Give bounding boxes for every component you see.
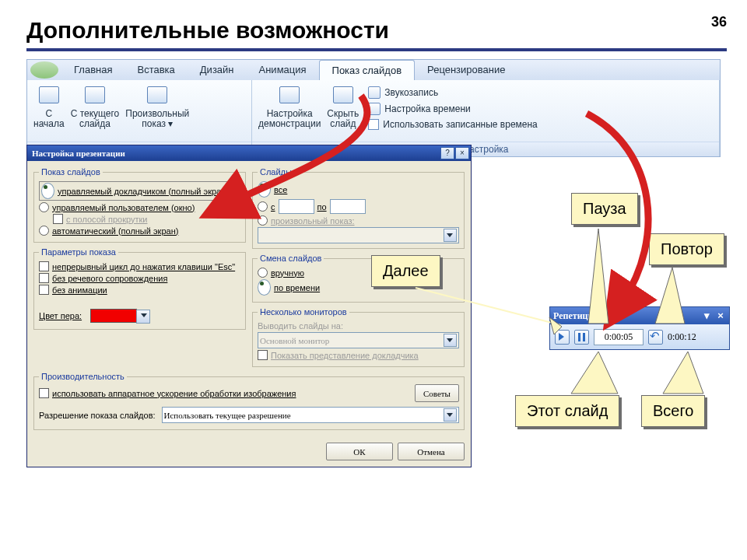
tab-slideshow[interactable]: Показ слайдов [319,60,416,80]
rehearsal-title: Репетиция [553,310,598,322]
record-narration[interactable]: Звукозапись [368,86,537,99]
repeat-icon[interactable] [648,330,663,345]
checkbox-presenter-view [258,350,268,360]
tab-review[interactable]: Рецензирование [415,60,517,80]
radio-manual[interactable] [258,268,268,278]
from-current-button[interactable]: С текущего слайда [68,83,123,129]
tab-home[interactable]: Главная [61,60,124,80]
divider [26,48,727,51]
close-button[interactable]: × [455,147,469,159]
legend-params: Параметры показа [39,247,118,257]
ribbon-tabs: Главная Вставка Дизайн Анимация Показ сл… [27,60,720,80]
pen-color-swatch[interactable] [90,309,137,323]
callout-pause: Пауза [571,193,638,225]
from-beginning-button[interactable]: С начала [30,83,68,129]
slide-time: 0:00:05 [594,329,644,345]
rehearse-timings[interactable]: Настройка времени [368,103,537,115]
resolution-select[interactable]: Использовать текущее разрешение [162,407,459,423]
radio-range[interactable] [258,201,268,212]
checkbox-icon [368,119,379,130]
checkbox-hw-accel[interactable] [39,388,49,398]
monitor-select: Основной монитор [258,332,459,348]
checkbox-scroll [53,214,63,224]
ribbon: Главная Вставка Дизайн Анимация Показ сл… [26,59,721,157]
to-spin[interactable] [330,199,366,214]
radio-all-slides[interactable] [258,181,271,198]
radio-timings[interactable] [258,279,271,296]
help-button[interactable]: ? [440,147,454,159]
pause-icon[interactable] [574,330,589,345]
cancel-button[interactable]: Отмена [398,443,465,460]
checkbox-no-animation[interactable] [39,285,49,295]
next-icon[interactable] [555,330,570,345]
dialog-title: Настройка презентации [32,149,125,158]
callout-repeat: Повтор [649,233,724,265]
total-time: 0:00:12 [668,331,696,343]
setup-show-button[interactable]: Настройка демонстрации [255,83,324,129]
legend-perf: Производительность [39,372,127,381]
callout-total: Всего [641,395,705,427]
tab-design[interactable]: Дизайн [188,60,247,80]
tab-animation[interactable]: Анимация [247,60,319,80]
ok-button[interactable]: ОК [326,443,393,460]
legend-monitors: Несколько мониторов [258,307,349,317]
office-button[interactable] [30,61,58,79]
audio-icon [368,86,381,99]
radio-browsed[interactable] [39,202,49,212]
hide-slide-button[interactable]: Скрыть слайд [324,83,362,129]
custom-show-select [258,227,459,243]
legend-slides: Слайды [258,167,294,177]
legend-show: Показ слайдов [39,167,103,177]
page-title: Дополнительные возможности [26,17,727,44]
rehearsal-toolbar: Репетиция ▾ × 0:00:05 0:00:12 [549,306,730,350]
callout-next: Далее [371,255,440,287]
minimize-icon[interactable]: ▾ [701,310,712,321]
radio-custom-show [258,215,268,226]
radio-kiosk[interactable] [39,226,49,236]
checkbox-no-narration[interactable] [39,273,49,283]
checkbox-loop[interactable] [39,261,49,271]
legend-change: Смена слайдов [258,254,324,263]
clock-icon [368,103,381,115]
tab-insert[interactable]: Вставка [124,60,187,80]
callout-this-slide: Этот слайд [515,395,619,427]
advice-button[interactable]: Советы [415,384,459,402]
radio-presenter[interactable] [41,183,54,199]
use-rehearsed-timings[interactable]: Использовать записанные времена [368,119,537,130]
close-icon[interactable]: × [715,310,726,321]
svg-marker-3 [571,352,618,394]
page-number: 36 [711,14,727,30]
svg-marker-4 [663,352,703,394]
setup-show-dialog: Настройка презентации ? × Показ слайдов … [26,145,472,467]
custom-show-button[interactable]: Произвольный показ ▾ [122,83,192,129]
from-spin[interactable] [279,199,314,214]
